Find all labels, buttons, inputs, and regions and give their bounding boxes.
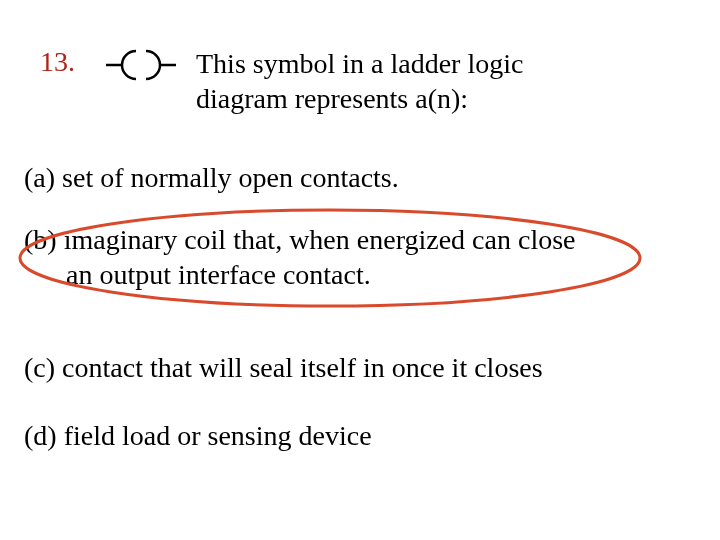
option-b-line-2: an output interface contact. [24, 257, 664, 292]
option-c: (c) contact that will seal itself in onc… [24, 350, 664, 385]
option-b-line-1: (b) imaginary coil that, when energized … [24, 224, 575, 255]
question-number: 13. [40, 46, 75, 78]
question-stem: This symbol in a ladder logic diagram re… [196, 46, 636, 116]
stem-line-2: diagram represents a(n): [196, 83, 468, 114]
quiz-slide: 13. This symbol in a ladder logic diagra… [0, 0, 720, 540]
option-b: (b) imaginary coil that, when energized … [24, 222, 664, 292]
option-d: (d) field load or sensing device [24, 418, 664, 453]
option-a: (a) set of normally open contacts. [24, 160, 664, 195]
stem-line-1: This symbol in a ladder logic [196, 48, 523, 79]
coil-symbol-icon [106, 48, 176, 86]
